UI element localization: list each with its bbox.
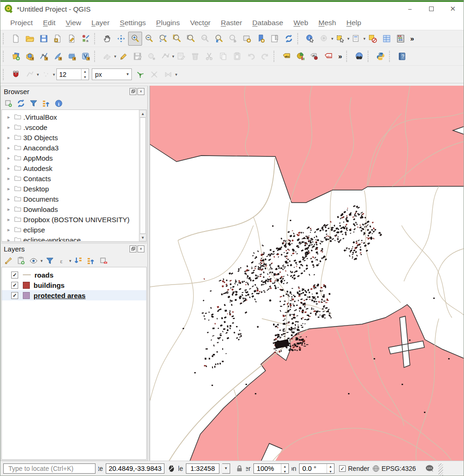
scroll-up-icon[interactable]: ▲ — [139, 110, 146, 117]
menu-project[interactable]: Project — [5, 17, 38, 29]
locate-input[interactable] — [8, 465, 93, 472]
delete-selected-button[interactable] — [188, 49, 202, 63]
expand-arrow-icon[interactable]: ▸ — [7, 145, 14, 151]
chevron-down-icon[interactable]: ▾ — [363, 36, 366, 41]
layer-item-roads[interactable]: ✓roads — [2, 270, 146, 280]
expand-arrow-icon[interactable]: ▸ — [7, 196, 14, 202]
vertex-tool-button[interactable] — [158, 49, 172, 63]
filter-browser-button[interactable] — [28, 98, 39, 109]
help-contents-button[interactable]: ? — [395, 49, 409, 63]
remove-layer-button[interactable] — [98, 255, 109, 266]
show-bookmarks-button[interactable] — [268, 32, 282, 46]
snapping-tolerance-input[interactable] — [57, 69, 81, 80]
lock-scale-icon[interactable] — [236, 465, 243, 472]
redo-button[interactable] — [258, 49, 272, 63]
layer-labeling-button[interactable]: abc — [280, 49, 293, 63]
open-project-button[interactable] — [23, 32, 37, 46]
python-console-button[interactable] — [374, 49, 388, 63]
toolbar-overflow[interactable]: » — [408, 34, 417, 42]
add-feature-button[interactable]: ✱ — [144, 49, 158, 63]
avoid-overlap-button[interactable] — [161, 68, 175, 82]
expand-arrow-icon[interactable]: ▸ — [7, 114, 14, 120]
menu-edit[interactable]: Edit — [38, 17, 61, 29]
field-calculator-button[interactable] — [394, 32, 408, 46]
menu-raster[interactable]: Raster — [216, 17, 247, 29]
topological-editing-button[interactable] — [133, 68, 147, 82]
expand-arrow-icon[interactable]: ▸ — [7, 186, 14, 192]
undo-button[interactable] — [244, 49, 258, 63]
expand-arrow-icon[interactable]: ▸ — [7, 206, 14, 212]
browser-item-documents[interactable]: ▸Documents — [2, 194, 139, 204]
chevron-down-icon[interactable]: ▾ — [175, 72, 177, 77]
layer-visibility-checkbox[interactable]: ✓ — [11, 272, 18, 279]
zoom-out-button[interactable] — [142, 32, 156, 46]
new-print-layout-button[interactable] — [51, 32, 65, 46]
rotation-input[interactable] — [300, 464, 327, 473]
manage-map-themes-button[interactable] — [28, 255, 39, 266]
browser-scrollbar[interactable]: ▲ ▼ — [139, 110, 146, 241]
save-project-button[interactable] — [37, 32, 51, 46]
zoom-in-button[interactable] — [128, 32, 142, 46]
magnifier-input[interactable] — [254, 464, 281, 473]
modify-attributes-button[interactable] — [174, 49, 188, 63]
menu-plugins[interactable]: Plugins — [151, 17, 185, 29]
layer-item-protected-areas[interactable]: ✓protected areas — [2, 290, 146, 300]
spin-down-icon[interactable]: ▼ — [281, 469, 288, 474]
new-temporary-scratch-layer-button[interactable]: ✱ — [65, 49, 79, 63]
layer-visibility-checkbox[interactable]: ✓ — [11, 292, 18, 299]
menu-mesh[interactable]: Mesh — [314, 17, 341, 29]
render-toggle[interactable]: ✓ Render — [339, 465, 369, 472]
browser-item-anaconda3[interactable]: ▸Anaconda3 — [2, 143, 139, 153]
show-layout-manager-button[interactable] — [65, 32, 79, 46]
browser-item-eclipse-workspace[interactable]: ▸eclipse-workspace — [2, 235, 139, 242]
browser-item-3d-objects[interactable]: ▸3D Objects — [2, 132, 139, 143]
browser-float-button[interactable] — [130, 88, 136, 95]
scroll-down-icon[interactable]: ▼ — [139, 234, 146, 241]
browser-close-button[interactable]: × — [137, 88, 144, 95]
expand-arrow-icon[interactable]: ▸ — [7, 217, 14, 223]
browser-item-downloads[interactable]: ▸Downloads — [2, 204, 139, 214]
snapping-mode-button[interactable] — [23, 68, 37, 82]
layer-item-buildings[interactable]: ✓buildings — [2, 280, 146, 290]
browser-item-eclipse[interactable]: ▸eclipse — [2, 224, 139, 235]
zoom-to-layer-button[interactable] — [184, 32, 198, 46]
spin-down-icon[interactable]: ▼ — [327, 469, 334, 474]
coordinate-box[interactable] — [106, 463, 164, 474]
new-geopackage-layer-button[interactable]: ✱ — [23, 49, 37, 63]
refresh-map-button[interactable] — [282, 32, 296, 46]
rotation-spin[interactable]: ▲▼ — [299, 463, 334, 474]
browser-item-dropbox-boston-university-[interactable]: ▸Dropbox (BOSTON UNIVERSITY) — [2, 214, 139, 224]
scale-input[interactable] — [186, 465, 219, 472]
scale-dropdown-icon[interactable]: ▼ — [222, 463, 230, 474]
pin-labels-button[interactable]: ab — [307, 49, 321, 63]
collapse-all-button[interactable] — [41, 98, 52, 109]
menu-layer[interactable]: Layer — [86, 17, 115, 29]
cut-features-button[interactable] — [202, 49, 216, 63]
highlight-pinned-labels-button[interactable]: abc — [321, 49, 335, 63]
current-edits-button[interactable] — [100, 49, 114, 63]
pan-to-selection-button[interactable] — [114, 32, 128, 46]
menu-settings[interactable]: Settings — [115, 17, 151, 29]
coordinate-input[interactable] — [106, 465, 164, 472]
chevron-down-icon[interactable]: ▾ — [114, 54, 116, 59]
spin-down-icon[interactable]: ▼ — [82, 75, 89, 80]
deselect-all-button[interactable] — [366, 32, 380, 46]
menu-vector[interactable]: Vector — [185, 17, 216, 29]
browser-item-contacts[interactable]: ▸Contacts — [2, 173, 139, 184]
snapping-tolerance-spin[interactable]: ▲▼ — [56, 68, 89, 80]
refresh-browser-button[interactable] — [15, 98, 27, 109]
spin-up-icon[interactable]: ▲ — [327, 464, 334, 469]
expand-arrow-icon[interactable]: ▸ — [7, 237, 14, 242]
layers-close-button[interactable]: × — [137, 245, 144, 252]
extents-mouse-icon[interactable] — [167, 465, 176, 472]
magnifier-spin[interactable]: ▲▼ — [253, 463, 289, 474]
maximize-button[interactable] — [421, 2, 442, 16]
add-group-button[interactable] — [15, 255, 27, 266]
open-layer-styling-button[interactable] — [3, 255, 14, 266]
identify-features-button[interactable]: i — [303, 32, 317, 46]
chevron-down-icon[interactable]: ▾ — [41, 258, 43, 263]
scale-box[interactable] — [186, 463, 219, 474]
add-selected-layer-button[interactable] — [3, 98, 14, 109]
chevron-down-icon[interactable]: ▾ — [37, 72, 39, 77]
menu-view[interactable]: View — [61, 17, 86, 29]
